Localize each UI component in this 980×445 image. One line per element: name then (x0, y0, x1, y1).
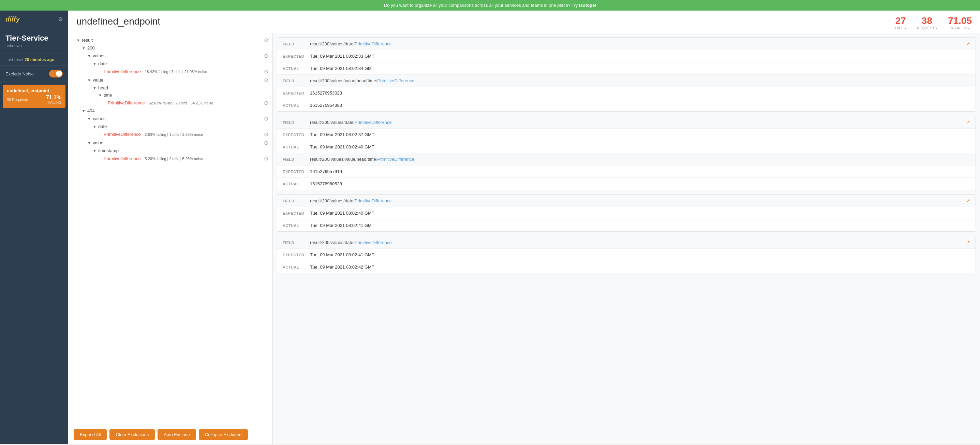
banner-brand[interactable]: Isotope (579, 3, 595, 8)
sidebar: diffy ⚙ Tier-Service unknown Last reset … (0, 11, 68, 444)
service-sub: unknown (5, 43, 63, 48)
endpoint-failing-label: FAILING (46, 100, 61, 104)
actual-label: ACTUAL (283, 182, 310, 186)
stat-failing: 71.05 % FAILING (948, 16, 972, 30)
tree-item-values-1[interactable]: ▼ values ⊙ (68, 51, 272, 60)
arrow-icon: ▼ (82, 46, 86, 50)
tree-item-date-1[interactable]: ▼ date (68, 60, 272, 67)
page-title: undefined_endpoint (76, 16, 896, 27)
tree-label: date (98, 124, 272, 129)
tree-label: values (93, 116, 264, 121)
endpoint-name: undefined_endpoint (7, 88, 61, 93)
tree-label: PrimitiveDifference 18.42% failing | 7 d… (103, 69, 264, 74)
tree-item-primdiff-3[interactable]: PrimitiveDifference 2.63% failing | 1 di… (68, 130, 272, 139)
target-icon[interactable]: ⊙ (264, 37, 268, 43)
external-link-icon[interactable]: ↗ (966, 198, 970, 203)
gear-icon[interactable]: ⚙ (58, 16, 63, 22)
actual-value: 1615276954383 (310, 103, 970, 108)
field-row-1b: FIELD result/200/values/value/head/time/… (277, 75, 975, 87)
diff-card-2: FIELD result/200/values/date/PrimitiveDi… (277, 116, 976, 190)
app-logo: diffy (5, 15, 20, 23)
tree-item-value-1[interactable]: ▼ value ⊙ (68, 76, 272, 84)
target-icon[interactable]: ⊙ (264, 53, 268, 59)
requests-label: REQUESTS (917, 26, 937, 30)
actual-label: ACTUAL (283, 67, 310, 71)
tree-label: timestamp (98, 148, 272, 153)
expected-row-3: EXPECTED Tue, 09 Mar 2021 08:02:40 GMT (277, 207, 975, 219)
tree-item-404[interactable]: ▼ 404 (68, 107, 272, 114)
tree-item-values-2[interactable]: ▼ values ⊙ (68, 114, 272, 123)
target-icon[interactable]: ⊙ (264, 131, 268, 137)
tree-item-primdiff-1[interactable]: PrimitiveDifference 18.42% failing | 7 d… (68, 67, 272, 76)
tree-item-timestamp[interactable]: ▼ timestamp (68, 147, 272, 154)
tree-item-date-2[interactable]: ▼ date (68, 123, 272, 130)
tree-item-time[interactable]: ▼ time (68, 91, 272, 99)
exclude-noise-label: Exclude Noise (5, 71, 34, 77)
collapse-excluded-button[interactable]: Collapse Excluded (199, 429, 248, 440)
actual-label: ACTUAL (283, 265, 310, 269)
expected-label: EXPECTED (283, 91, 310, 95)
field-label: FIELD (283, 199, 310, 203)
tree-item-value-2[interactable]: ▼ value ⊙ (68, 139, 272, 147)
detail-panel: FIELD result/200/values/date/PrimitiveDi… (273, 33, 980, 444)
external-link-icon[interactable]: ↗ (966, 120, 970, 125)
target-icon[interactable]: ⊙ (264, 155, 268, 162)
actual-row-1a: ACTUAL Tue, 09 Mar 2021 08:02:34 GMT (277, 62, 975, 75)
stat-diffs: 27 DIFFS (896, 16, 906, 30)
arrow-icon: ▼ (93, 149, 97, 153)
endpoint-requests: 38 Requests (7, 97, 28, 102)
tree-label: result (82, 38, 264, 43)
field-path: result/200/values/value/head/time/Primit… (310, 78, 970, 83)
external-link-icon[interactable]: ↗ (966, 239, 970, 245)
field-row-2: FIELD result/200/values/date/PrimitiveDi… (277, 116, 975, 129)
tree-item-head[interactable]: ▼ head (68, 84, 272, 91)
target-icon[interactable]: ⊙ (264, 100, 268, 106)
tree-footer: Expand All Clear Exclusions Auto Exclude… (68, 425, 272, 444)
tree-label: head (98, 85, 272, 91)
actual-label: ACTUAL (283, 145, 310, 149)
endpoint-item[interactable]: undefined_endpoint 38 Requests 71.1% FAI… (3, 85, 65, 108)
arrow-icon: ▼ (76, 38, 81, 42)
tree-item-result[interactable]: ▼ result ⊙ (68, 36, 272, 45)
expected-value: Tue, 09 Mar 2021 08:02:33 GMT (310, 54, 970, 59)
field-path: result/200/values/date/PrimitiveDifferen… (310, 240, 966, 245)
tree-panel: ▼ result ⊙ ▼ 200 ▼ values ⊙ (68, 33, 273, 444)
field-row-4: FIELD result/200/values/date/PrimitiveDi… (277, 236, 975, 249)
field-label: FIELD (283, 157, 310, 161)
field-label: FIELD (283, 241, 310, 245)
arrow-icon: ▼ (87, 141, 91, 145)
expected-value: 1615276957919 (310, 169, 970, 174)
tree-label: 404 (87, 108, 272, 113)
expand-all-button[interactable]: Expand All (74, 429, 107, 440)
field-row-3: FIELD result/200/values/date/PrimitiveDi… (277, 195, 975, 207)
external-link-icon[interactable]: ↗ (966, 41, 970, 46)
actual-row-3: ACTUAL Tue, 09 Mar 2021 08:02:41 GMT (277, 219, 975, 231)
main-header: undefined_endpoint 27 DIFFS 38 REQUESTS … (68, 11, 980, 33)
tree-label: values (93, 53, 264, 58)
tree-item-200[interactable]: ▼ 200 (68, 45, 272, 51)
arrow-icon: ▼ (82, 109, 86, 113)
exclude-noise-toggle[interactable] (49, 70, 63, 77)
actual-value: Tue, 09 Mar 2021 08:02:34 GMT (310, 66, 970, 71)
service-name: Tier-Service (5, 34, 63, 43)
actual-value: 1615276960528 (310, 181, 970, 186)
auto-exclude-button[interactable]: Auto Exclude (158, 429, 196, 440)
target-icon[interactable]: ⊙ (264, 115, 268, 122)
arrow-icon: ▼ (87, 117, 91, 121)
banner-text: Do you want to organize all your compari… (384, 3, 579, 8)
target-icon[interactable]: ⊙ (264, 68, 268, 75)
clear-exclusions-button[interactable]: Clear Exclusions (110, 429, 155, 440)
target-icon[interactable]: ⊙ (264, 140, 268, 146)
actual-row-2a: ACTUAL Tue, 09 Mar 2021 08:02:40 GMT (277, 141, 975, 153)
arrow-icon: ▼ (98, 93, 102, 97)
target-icon[interactable]: ⊙ (264, 77, 268, 83)
stat-requests: 38 REQUESTS (917, 16, 937, 30)
arrow-icon: ▼ (93, 86, 97, 90)
expected-label: EXPECTED (283, 211, 310, 215)
tree-item-primdiff-2[interactable]: PrimitiveDifference 52.63% failing | 20 … (68, 99, 272, 107)
tree-label: time (103, 93, 272, 97)
endpoint-meta: 38 Requests 71.1% FAILING (7, 94, 61, 104)
requests-value: 38 (917, 16, 937, 26)
field-path: result/200/values/date/PrimitiveDifferen… (310, 120, 966, 125)
tree-item-primdiff-4[interactable]: PrimitiveDifference 5.26% failing | 2 di… (68, 154, 272, 163)
